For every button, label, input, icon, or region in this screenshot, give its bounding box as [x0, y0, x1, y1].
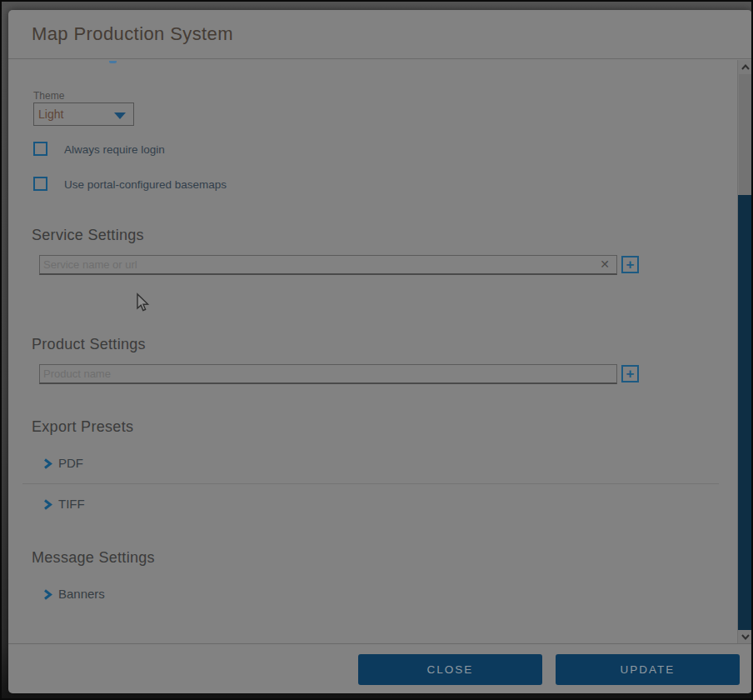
export-preset-tiff-label: TIFF	[58, 497, 85, 511]
close-button[interactable]: CLOSE	[358, 654, 542, 685]
chevron-right-icon	[43, 588, 52, 603]
add-service-button[interactable]: +	[621, 256, 639, 273]
export-presets-heading: Export Presets	[32, 418, 133, 436]
service-name-input[interactable]	[39, 255, 617, 275]
update-button[interactable]: UPDATE	[556, 654, 740, 685]
export-preset-pdf-label: PDF	[58, 456, 83, 470]
dialog-footer: CLOSE UPDATE	[8, 643, 752, 693]
clipped-element-remnant	[109, 61, 117, 63]
scrollbar-thumb[interactable]	[739, 74, 752, 195]
dialog-title: Map Production System	[32, 23, 233, 45]
scrollbar-up-icon[interactable]	[738, 60, 752, 73]
service-input-wrap: ✕	[39, 255, 617, 275]
map-production-system-dialog: Map Production System Theme Light Always…	[8, 10, 752, 693]
preset-divider	[22, 483, 719, 484]
mouse-cursor-icon	[135, 292, 150, 316]
theme-label: Theme	[33, 90, 64, 102]
clear-icon[interactable]: ✕	[598, 258, 611, 271]
always-require-login-label: Always require login	[64, 143, 165, 156]
scrollbar-down-icon[interactable]	[738, 630, 752, 643]
screen: Map Production System Theme Light Always…	[0, 0, 753, 700]
product-settings-heading: Product Settings	[32, 336, 146, 353]
scrollbar-track[interactable]	[738, 195, 752, 630]
theme-select-value: Light	[38, 108, 63, 121]
dialog-header: Map Production System	[8, 10, 752, 59]
settings-scroll-area: Theme Light Always require login Use por…	[8, 60, 752, 643]
portal-basemaps-label: Use portal-configured basemaps	[64, 178, 227, 191]
banners-label: Banners	[58, 587, 105, 601]
product-input-wrap	[39, 364, 617, 384]
chevron-right-icon	[43, 498, 52, 513]
portal-basemaps-checkbox[interactable]	[33, 177, 47, 191]
message-settings-heading: Message Settings	[32, 549, 155, 567]
service-settings-heading: Service Settings	[32, 227, 144, 244]
vertical-scrollbar[interactable]	[737, 60, 752, 643]
theme-select[interactable]: Light	[33, 102, 134, 126]
always-require-login-checkbox[interactable]	[33, 142, 47, 156]
caret-down-icon	[114, 112, 126, 119]
product-name-input[interactable]	[39, 364, 617, 384]
chevron-right-icon	[43, 458, 52, 472]
add-product-button[interactable]: +	[621, 365, 639, 382]
